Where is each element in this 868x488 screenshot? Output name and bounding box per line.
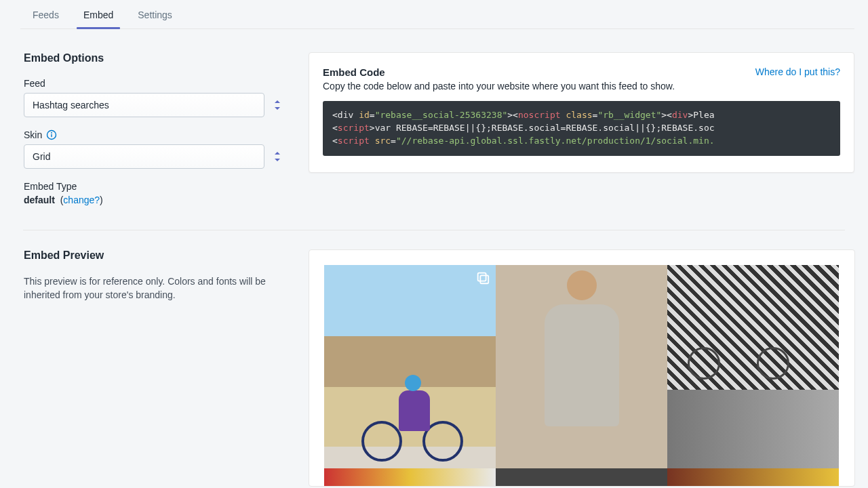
skin-select[interactable]: Grid xyxy=(24,144,264,169)
select-arrows-icon xyxy=(275,100,280,110)
feed-select[interactable]: Hashtag searches xyxy=(24,93,264,117)
info-icon[interactable] xyxy=(46,129,57,140)
embed-preview-note: This preview is for reference only. Colo… xyxy=(24,275,288,302)
grid-item[interactable] xyxy=(667,390,839,468)
svg-rect-4 xyxy=(480,275,488,283)
embed-options-heading: Embed Options xyxy=(24,52,288,64)
embed-code-heading: Embed Code xyxy=(323,66,385,78)
help-link[interactable]: Where do I put this? xyxy=(755,66,840,77)
svg-rect-3 xyxy=(478,273,486,281)
feed-label: Feed xyxy=(24,78,288,89)
preview-grid xyxy=(324,265,840,487)
embed-code-block[interactable]: <div id="rebase__social-25363238"><noscr… xyxy=(323,101,840,156)
tab-settings[interactable]: Settings xyxy=(125,0,184,28)
select-arrows-icon xyxy=(275,152,280,161)
tab-feeds[interactable]: Feeds xyxy=(20,0,71,28)
embed-code-subtitle: Copy the code below and paste into your … xyxy=(323,81,840,92)
grid-item[interactable] xyxy=(496,468,667,487)
grid-item[interactable] xyxy=(324,265,496,468)
embed-type-label: Embed Type xyxy=(24,181,288,192)
svg-point-1 xyxy=(51,132,52,134)
svg-rect-2 xyxy=(52,134,52,137)
embed-code-card: Embed Code Where do I put this? Copy the… xyxy=(309,52,854,173)
embed-preview-heading: Embed Preview xyxy=(24,249,288,262)
grid-item[interactable] xyxy=(324,468,496,487)
preview-card xyxy=(309,249,855,487)
embed-type-value: default xyxy=(24,195,55,205)
tab-embed[interactable]: Embed xyxy=(71,0,125,28)
gallery-icon xyxy=(475,270,490,285)
divider xyxy=(23,230,845,230)
skin-label: Skin xyxy=(24,129,42,140)
change-link[interactable]: change? xyxy=(63,195,100,205)
tabs: Feeds Embed Settings xyxy=(20,0,854,29)
grid-item[interactable] xyxy=(496,265,667,468)
grid-item[interactable] xyxy=(667,468,839,487)
grid-item[interactable] xyxy=(667,265,839,390)
